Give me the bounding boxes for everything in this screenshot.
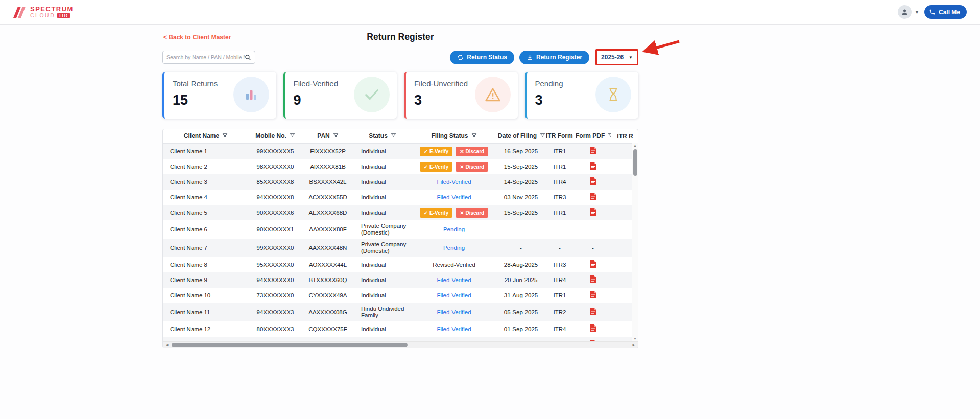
pan-cell: AAXXXXX80F: [302, 220, 354, 239]
form-pdf-empty: -: [592, 245, 594, 251]
dropdown-caret-icon: ▼: [629, 55, 633, 60]
pan-cell: AAXXXXX08G: [302, 303, 354, 321]
table-row: Client Name 799XXXXXXX0AAXXXXX48NPrivate…: [163, 239, 638, 257]
filing-status-cell: ✓ E-Verify✕ Discard: [411, 205, 497, 220]
filter-icon[interactable]: [222, 133, 228, 140]
status-cell: Hindu Undivided Family: [354, 303, 411, 321]
column-header: Date of Filing: [497, 129, 545, 144]
discard-button[interactable]: ✕ Discard: [456, 162, 488, 172]
filing-status-cell: Filed-Verified: [411, 288, 497, 303]
pan-cell: EIXXXXX52P: [302, 144, 354, 159]
filter-icon[interactable]: [333, 133, 339, 140]
form-pdf-cell: [575, 190, 611, 205]
client-name-cell: Client Name 11: [163, 303, 249, 321]
table-row: Client Name 298XXXXXXX0AIXXXXX81BIndivid…: [163, 159, 638, 174]
form-pdf-cell: [575, 144, 611, 159]
client-name-cell: Client Name 5: [163, 205, 249, 220]
itr-form-cell: ITR2: [545, 303, 575, 321]
chevron-down-icon[interactable]: ▼: [915, 10, 919, 15]
user-avatar[interactable]: [898, 5, 912, 19]
everify-button[interactable]: ✓ E-Verify: [420, 162, 452, 172]
pdf-icon[interactable]: [589, 207, 597, 218]
column-header: Status: [354, 129, 411, 144]
table-row: Client Name 385XXXXXXX8BSXXXXX42LIndivid…: [163, 174, 638, 190]
back-to-client-master-link[interactable]: < Back to Client Master: [163, 34, 231, 41]
call-me-button[interactable]: Call Me: [924, 5, 967, 19]
itr-form-cell: ITR1: [545, 144, 575, 159]
table-row: Client Name 590XXXXXXX6AEXXXXX68DIndivid…: [163, 205, 638, 220]
mobile-cell: 73XXXXXXX0: [249, 288, 302, 303]
brand-mark-icon: [13, 6, 27, 19]
mobile-cell: 94XXXXXXX8: [249, 190, 302, 205]
pdf-icon[interactable]: [589, 307, 597, 317]
filing-status-link[interactable]: Filed-Verified: [437, 194, 471, 200]
return-status-button[interactable]: Return Status: [450, 51, 514, 64]
scroll-up-icon[interactable]: ▲: [633, 143, 637, 148]
pan-cell: ACXXXXX55D: [302, 190, 354, 205]
itr-form-cell: ITR4: [545, 272, 575, 288]
horizontal-scroll-thumb[interactable]: [172, 343, 408, 347]
status-cell: Individual: [354, 321, 411, 337]
cross-icon: ✕: [460, 210, 464, 216]
mobile-cell: 94XXXXXXX3: [249, 303, 302, 321]
search-icon[interactable]: [245, 54, 251, 61]
pdf-icon[interactable]: [589, 146, 597, 156]
pan-cell: AOXXXXX44L: [302, 257, 354, 272]
filing-status-link[interactable]: Filed-Verified: [437, 179, 471, 185]
discard-button[interactable]: ✕ Discard: [456, 208, 488, 218]
everify-button[interactable]: ✓ E-Verify: [420, 208, 452, 218]
filing-status-link[interactable]: Filed-Verified: [437, 326, 471, 332]
filing-status-link[interactable]: Filed-Verified: [437, 292, 471, 298]
person-icon: [901, 8, 909, 16]
horizontal-scrollbar[interactable]: ◄ ►: [163, 341, 638, 348]
everify-button[interactable]: ✓ E-Verify: [420, 147, 452, 156]
pan-cell: CYXXXXX49A: [302, 288, 354, 303]
scroll-right-icon[interactable]: ►: [631, 343, 636, 347]
return-register-button[interactable]: Return Register: [519, 51, 589, 64]
table-row: Client Name 1194XXXXXXX3AAXXXXX08GHindu …: [163, 303, 638, 321]
filing-status-cell: ✓ E-Verify✕ Discard: [411, 159, 497, 174]
search-input[interactable]: [166, 54, 245, 60]
pan-cell: AAXXXXX48N: [302, 239, 354, 257]
brand-logo: SPECTRUM CLOUD ITR: [13, 6, 74, 19]
filing-status-cell: Filed-Verified: [411, 303, 497, 321]
pdf-icon[interactable]: [589, 177, 597, 187]
pdf-icon[interactable]: [589, 260, 597, 270]
client-name-cell: Client Name 10: [163, 288, 249, 303]
client-name-cell: Client Name 2: [163, 159, 249, 174]
filter-icon[interactable]: [540, 133, 545, 140]
table-header-row: Client NameMobile No.PANStatusFiling Sta…: [163, 129, 638, 144]
filter-icon[interactable]: [391, 133, 396, 140]
filing-status-link[interactable]: Filed-Verified: [437, 277, 471, 283]
filter-icon[interactable]: [471, 133, 477, 140]
discard-button[interactable]: ✕ Discard: [456, 147, 488, 156]
client-name-cell: Client Name 7: [163, 239, 249, 257]
filing-status-link[interactable]: Filed-Verified: [437, 309, 471, 315]
status-cell: Private Company (Domestic): [354, 239, 411, 257]
pdf-icon[interactable]: [589, 161, 597, 172]
client-name-cell: Client Name 9: [163, 272, 249, 288]
phone-icon: [929, 9, 936, 15]
pdf-icon[interactable]: [589, 324, 597, 334]
filing-status-link[interactable]: Pending: [443, 245, 465, 251]
scroll-down-icon[interactable]: ▼: [633, 336, 637, 341]
pdf-icon[interactable]: [589, 290, 597, 300]
page-title: Return Register: [162, 29, 638, 42]
client-name-cell: Client Name 8: [163, 257, 249, 272]
form-pdf-cell: -: [575, 239, 611, 257]
status-cell: Individual: [354, 257, 411, 272]
status-cell: Individual: [354, 144, 411, 159]
vertical-scroll-thumb[interactable]: [633, 149, 637, 176]
assessment-year-dropdown[interactable]: 2025-26 ▼: [595, 49, 638, 65]
vertical-scrollbar[interactable]: ▲ ▼: [632, 143, 638, 341]
scroll-left-icon[interactable]: ◄: [164, 343, 170, 347]
filter-icon[interactable]: [290, 133, 295, 140]
filter-icon[interactable]: [608, 133, 611, 140]
pdf-icon[interactable]: [589, 275, 597, 285]
search-box[interactable]: [162, 51, 255, 64]
date-of-filing-cell: 14-Sep-2025: [497, 174, 545, 190]
pdf-icon[interactable]: [589, 192, 597, 202]
summary-card: Filed-Unverified3: [404, 72, 518, 119]
filing-status-link[interactable]: Pending: [443, 226, 465, 232]
status-cell: Individual: [354, 288, 411, 303]
